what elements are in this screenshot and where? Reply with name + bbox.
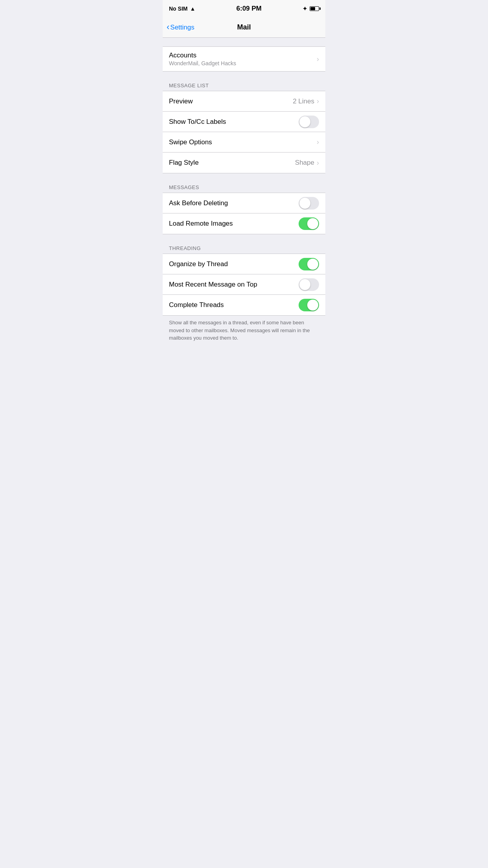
ask-before-deleting-toggle[interactable] [299, 197, 319, 210]
show-tocc-right [299, 116, 319, 128]
back-label: Settings [170, 24, 194, 31]
organize-by-thread-right [299, 258, 319, 270]
complete-threads-label: Complete Threads [169, 301, 224, 309]
messages-table: Ask Before Deleting Load Remote Images [163, 193, 325, 234]
load-remote-images-row[interactable]: Load Remote Images [163, 213, 325, 234]
wifi-icon: ▲ [190, 6, 195, 12]
organize-by-thread-row[interactable]: Organize by Thread [163, 254, 325, 274]
organize-by-thread-toggle[interactable] [299, 258, 319, 270]
back-chevron-icon: ‹ [167, 23, 169, 31]
swipe-options-right: › [317, 138, 319, 146]
threading-table: Organize by Thread Most Recent Message o… [163, 254, 325, 316]
status-time: 6:09 PM [237, 5, 262, 13]
complete-threads-toggle[interactable] [299, 299, 319, 311]
page-title: Mail [237, 23, 251, 31]
top-spacer [163, 38, 325, 46]
threading-section: THREADING Organize by Thread Most Recent… [163, 243, 325, 316]
complete-threads-right [299, 299, 319, 311]
flag-style-row[interactable]: Flag Style Shape › [163, 153, 325, 173]
carrier-label: No SIM [169, 6, 187, 12]
battery-icon [310, 6, 319, 11]
nav-bar: ‹ Settings Mail [163, 17, 325, 38]
accounts-row[interactable]: Accounts WonderMail, Gadget Hacks › [163, 46, 325, 72]
show-tocc-label: Show To/Cc Labels [169, 118, 226, 126]
accounts-chevron-icon: › [317, 55, 319, 63]
ask-before-deleting-label: Ask Before Deleting [169, 199, 228, 207]
preview-label: Preview [169, 97, 193, 105]
flag-style-value: Shape [295, 159, 314, 167]
organize-by-thread-knob [307, 259, 318, 270]
messages-section: MESSAGES Ask Before Deleting Load Remote… [163, 182, 325, 234]
accounts-text: Accounts WonderMail, Gadget Hacks [169, 51, 236, 66]
accounts-title: Accounts [169, 51, 236, 59]
ask-before-deleting-right [299, 197, 319, 210]
most-recent-top-right [299, 278, 319, 291]
swipe-options-label: Swipe Options [169, 138, 212, 146]
load-remote-images-label: Load Remote Images [169, 220, 233, 228]
most-recent-top-row[interactable]: Most Recent Message on Top [163, 274, 325, 295]
section-spacer-3 [163, 234, 325, 243]
status-right: ✦ [303, 6, 319, 12]
most-recent-top-toggle[interactable] [299, 278, 319, 291]
preview-right: 2 Lines › [293, 97, 319, 105]
flag-style-right: Shape › [295, 159, 319, 167]
accounts-subtitle: WonderMail, Gadget Hacks [169, 60, 236, 66]
messages-header: MESSAGES [163, 182, 325, 193]
preview-chevron-icon: › [317, 97, 319, 105]
section-spacer-1 [163, 72, 325, 80]
status-left: No SIM ▲ [169, 6, 195, 12]
back-button[interactable]: ‹ Settings [167, 24, 194, 31]
threading-header: THREADING [163, 243, 325, 254]
organize-by-thread-label: Organize by Thread [169, 260, 228, 268]
show-tocc-toggle[interactable] [299, 116, 319, 128]
most-recent-top-knob [299, 279, 310, 290]
preview-row[interactable]: Preview 2 Lines › [163, 91, 325, 112]
flag-style-chevron-icon: › [317, 159, 319, 167]
battery-fill [310, 7, 315, 10]
section-spacer-2 [163, 173, 325, 182]
show-tocc-toggle-knob [299, 116, 310, 127]
ask-before-deleting-knob [299, 198, 310, 209]
bluetooth-icon: ✦ [303, 6, 307, 12]
status-bar: No SIM ▲ 6:09 PM ✦ [163, 0, 325, 17]
show-tocc-row[interactable]: Show To/Cc Labels [163, 112, 325, 132]
complete-threads-row[interactable]: Complete Threads [163, 295, 325, 315]
load-remote-images-right [299, 217, 319, 230]
flag-style-label: Flag Style [169, 159, 199, 167]
swipe-options-chevron-icon: › [317, 138, 319, 146]
load-remote-images-knob [307, 218, 318, 229]
message-list-section: MESSAGE LIST Preview 2 Lines › Show To/C… [163, 80, 325, 173]
load-remote-images-toggle[interactable] [299, 217, 319, 230]
complete-threads-knob [307, 300, 318, 311]
swipe-options-row[interactable]: Swipe Options › [163, 132, 325, 153]
accounts-row-inner: Accounts WonderMail, Gadget Hacks › [169, 51, 319, 66]
ask-before-deleting-row[interactable]: Ask Before Deleting [163, 193, 325, 213]
message-list-header: MESSAGE LIST [163, 80, 325, 91]
most-recent-top-label: Most Recent Message on Top [169, 281, 257, 289]
preview-value: 2 Lines [293, 97, 314, 105]
message-list-table: Preview 2 Lines › Show To/Cc Labels Swip… [163, 91, 325, 173]
bottom-note: Show all the messages in a thread, even … [163, 316, 325, 348]
